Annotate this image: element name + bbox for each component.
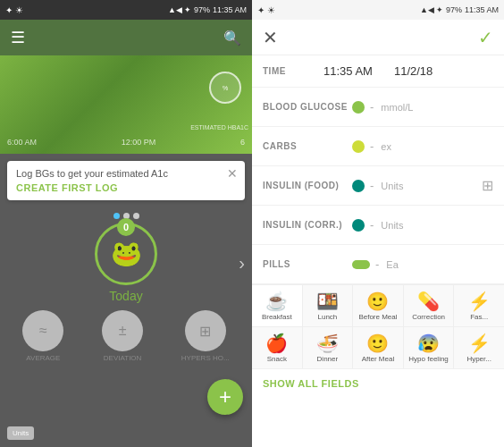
lunch-icon: 🍱 [316,292,339,310]
carbs-separator[interactable]: - [370,139,374,153]
dinner-button[interactable]: 🍜 Dinner [303,327,354,368]
blood-glucose-separator[interactable]: - [370,100,374,114]
insulin-food-value-area: - Units ⊞ [352,177,493,194]
carbs-label: CARBS [263,141,352,151]
insulin-corr-color-dot [352,219,365,232]
average-label: AVERAGE [26,354,60,362]
insulin-food-color-dot [352,180,365,192]
notification-close[interactable]: ✕ [227,166,238,181]
after-meal-label: After Meal [362,355,394,363]
status-right-left: ▲◀ ✦ 97% 11:35 AM [168,5,247,14]
stat-average: ≈ AVERAGE [22,310,63,362]
snack-button[interactable]: 🍎 Snack [252,327,303,368]
insulin-food-separator[interactable]: - [370,179,374,192]
time-labels: 6:00 AM 12:00 PM 6 [0,138,252,147]
create-first-log-button[interactable]: CREATE FIRST LOG [16,182,236,193]
estimated-label: ESTIMATED HBA1C [190,124,248,131]
fab-add-button[interactable]: + [207,379,243,415]
hba1c-badge: % [209,72,241,104]
status-right-right: ▲◀ ✦ 97% 11:35 AM [420,5,499,14]
hypo-feeling-button[interactable]: 😰 Hypo feeling [404,327,455,368]
close-button[interactable]: ✕ [263,27,278,48]
blood-glucose-value-area: - mmol/L [352,100,493,114]
carbs-value-area: - ex [352,139,493,153]
meal-icons-row-1: ☕ Breakfast 🍱 Lunch 🙂 Before Meal 💊 Corr… [252,284,504,326]
pills-color-dot [352,260,370,269]
hypers-icon: ⊞ [199,323,211,340]
correction-button[interactable]: 💊 Correction [404,285,455,326]
time-value[interactable]: 11:35 AM [323,64,373,78]
bottom-units-row: Units [0,426,252,440]
fast-icon: ⚡ [468,292,491,310]
pills-separator[interactable]: - [375,257,379,271]
deviation-label: DEVIATION [104,354,142,362]
pills-row: PILLS - Ea [252,245,504,284]
deviation-circle: ± [102,310,143,351]
today-label: Today [109,289,142,303]
insulin-corr-unit: Units [381,220,403,231]
hyper-button[interactable]: ⚡ Hyper... [454,327,504,368]
insulin-food-row: INSULIN (FOOD) - Units ⊞ [252,166,504,206]
right-top-bar: ✕ ✓ [252,20,504,55]
blood-glucose-unit: mmol/L [381,102,413,113]
blood-glucose-color-dot [352,101,365,114]
glucose-face-icon: 🐸 [111,241,142,266]
status-left: ✦ ☀ [5,5,23,15]
time-point-3: 6 [240,138,245,147]
hamburger-icon[interactable]: ☰ [11,28,25,47]
left-status-bar: ✦ ☀ ▲◀ ✦ 97% 11:35 AM [0,0,252,20]
time-point-1: 6:00 AM [7,138,37,147]
average-circle: ≈ [22,310,63,351]
stats-row: ≈ AVERAGE ± DEVIATION ⊞ HYPERS HO... [0,310,252,362]
insulin-corr-separator[interactable]: - [370,218,374,232]
dot-3 [133,213,139,219]
dot-1 [113,213,120,219]
breakfast-label: Breakfast [262,313,292,321]
search-icon[interactable]: 🔍 [223,30,241,46]
units-label: Units [7,426,34,440]
confirm-button[interactable]: ✓ [478,27,493,48]
time-left: 11:35 AM [213,5,247,14]
insulin-food-unit: Units [381,181,403,191]
snack-icon: 🍎 [265,334,288,352]
time-point-2: 12:00 PM [122,138,156,147]
breakfast-button[interactable]: ☕ Breakfast [252,285,303,326]
glucose-display: 0 🐸 › Today [0,223,252,303]
time-row: TIME 11:35 AM 11/2/18 [252,55,504,88]
pills-unit: Ea [386,259,398,270]
insulin-corr-value-area: - Units [352,218,493,232]
lunch-button[interactable]: 🍱 Lunch [303,285,354,326]
signal-right-icon: ▲◀ ✦ 97% [420,5,462,14]
notification-card: ✕ Log BGs to get your estimated A1c CREA… [7,161,245,200]
after-meal-icon: 🙂 [366,334,389,352]
breakfast-icon: ☕ [265,292,288,310]
hyper-label: Hyper... [466,355,491,363]
pills-value-area: - Ea [352,257,493,271]
insulin-corr-label: INSULIN (CORR.) [263,220,352,230]
hypers-circle: ⊞ [185,310,226,351]
dinner-icon: 🍜 [316,334,339,352]
right-panel: ✦ ☀ ▲◀ ✦ 97% 11:35 AM ✕ ✓ TIME 11:35 AM … [252,0,504,447]
fast-label: Fas... [470,313,488,321]
snack-label: Snack [267,355,287,363]
show-all-fields-button[interactable]: SHOW ALL FIELDS [252,368,504,398]
network-icon: ✦ ☀ [5,5,23,15]
notification-text: Log BGs to get your estimated A1c [16,168,236,179]
before-meal-button[interactable]: 🙂 Before Meal [353,285,404,326]
insulin-corr-row: INSULIN (CORR.) - Units [252,206,504,245]
pills-label: PILLS [263,259,352,269]
fast-button[interactable]: ⚡ Fas... [454,285,504,326]
average-icon: ≈ [39,323,47,339]
time-field-label: TIME [263,66,316,76]
chevron-right-icon[interactable]: › [239,253,245,274]
hypo-feeling-label: Hypo feeling [408,355,448,363]
blood-glucose-label: BLOOD GLUCOSE [263,102,352,112]
date-value[interactable]: 11/2/18 [394,64,433,78]
glucose-circle: 0 🐸 [95,223,157,285]
time-right: 11:35 AM [465,5,499,14]
after-meal-button[interactable]: 🙂 After Meal [353,327,404,368]
correction-icon: 💊 [417,292,440,310]
lunch-label: Lunch [317,313,337,321]
calculator-icon[interactable]: ⊞ [482,177,493,194]
right-status-bar: ✦ ☀ ▲◀ ✦ 97% 11:35 AM [252,0,504,20]
